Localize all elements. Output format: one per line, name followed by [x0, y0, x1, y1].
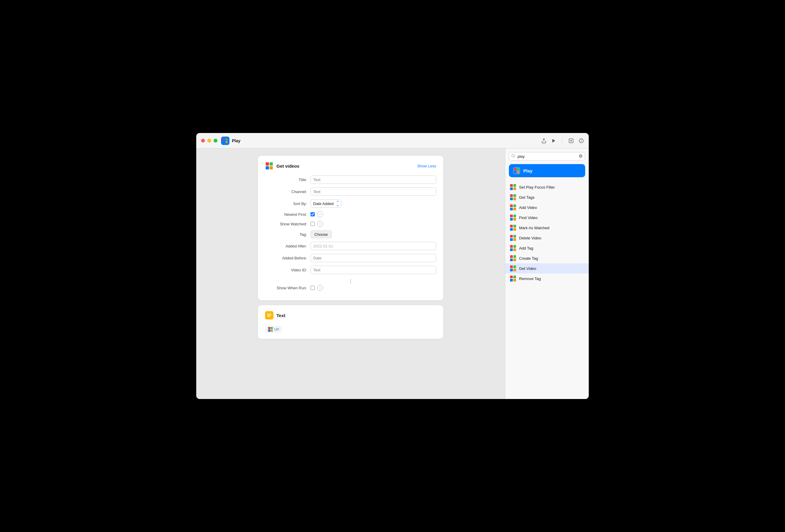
share-button[interactable] [541, 138, 547, 143]
show-watched-row: Show Watched: + [265, 221, 436, 227]
text-card-body: Url [265, 325, 436, 333]
add-video-icon [510, 205, 516, 210]
sidebar-item-get-video[interactable]: Get Video [505, 263, 589, 273]
show-when-run-row: Show When Run: + [265, 285, 436, 291]
channel-input[interactable] [310, 187, 436, 196]
sidebar-item-label: Find Video [519, 215, 538, 220]
added-before-row: Added Before: [265, 254, 436, 262]
sidebar-item-label: Mark As Watched [519, 225, 549, 230]
app-title: Play [232, 138, 240, 143]
sort-by-label: Sort By: [265, 202, 307, 206]
video-id-label: Video ID: [265, 268, 307, 272]
left-panel: Get videos Show Less Title: Channel: Sor… [196, 149, 505, 399]
svg-rect-12 [267, 314, 271, 314]
sort-by-select-wrapper: Date Added Title Channel ⌃⌄ [310, 200, 341, 208]
get-video-icon [510, 265, 516, 271]
svg-rect-0 [223, 138, 225, 140]
search-input[interactable] [509, 152, 585, 160]
sidebar-item-delete-video[interactable]: Delete Video [505, 233, 589, 243]
tag-choose-button[interactable]: Choose [310, 231, 332, 238]
sidebar-item-get-tags[interactable]: Get Tags [505, 192, 589, 202]
newest-first-checkbox[interactable] [310, 212, 315, 216]
right-panel: Play Set Play Focus Filter Get Tags [505, 149, 589, 399]
added-after-label: Added After: [265, 244, 307, 248]
sidebar-item-find-video[interactable]: Find Video [505, 213, 589, 223]
set-play-focus-filter-icon [510, 184, 516, 190]
sidebar-item-label: Add Video [519, 205, 537, 210]
run-button[interactable] [551, 138, 556, 143]
show-watched-controls: + [310, 221, 323, 227]
sidebar-list: Set Play Focus Filter Get Tags Add Video [505, 181, 589, 399]
get-videos-icon [265, 162, 274, 170]
newest-first-circle-btn[interactable]: + [317, 211, 323, 217]
play-action-button[interactable]: Play [509, 164, 585, 177]
play-button-item: Play [509, 164, 585, 177]
channel-label: Channel: [265, 189, 307, 194]
sidebar-item-label: Add Tag [519, 246, 533, 250]
show-watched-checkbox[interactable] [310, 222, 315, 226]
sidebar-item-add-video[interactable]: Add Video [505, 202, 589, 213]
text-card-header: Text [265, 311, 436, 319]
added-before-label: Added Before: [265, 256, 307, 260]
app-icon [221, 137, 229, 145]
mark-as-watched-icon [510, 225, 516, 231]
main-content: Get videos Show Less Title: Channel: Sor… [196, 149, 589, 399]
newest-first-controls: + [310, 211, 323, 217]
video-id-input[interactable] [310, 266, 436, 274]
titlebar: Play [196, 133, 589, 149]
newest-first-label: Newest First: [265, 212, 307, 217]
find-video-icon [510, 215, 516, 220]
svg-rect-3 [226, 141, 228, 143]
remove-tag-icon [510, 275, 516, 282]
svg-rect-14 [267, 316, 270, 317]
added-after-input[interactable] [310, 242, 436, 250]
sidebar-item-label: Set Play Focus Filter [519, 185, 555, 189]
sidebar-item-remove-tag[interactable]: Remove Tag [505, 273, 589, 284]
sidebar-item-create-tag[interactable]: Create Tag [505, 253, 589, 263]
close-button[interactable] [201, 139, 205, 142]
show-when-run-circle-btn[interactable]: + [317, 285, 323, 291]
card-title-group: Get videos [265, 162, 300, 170]
sort-by-select[interactable]: Date Added Title Channel [310, 200, 341, 208]
added-after-row: Added After: [265, 242, 436, 250]
get-tags-icon [510, 194, 516, 200]
video-id-row: Video ID: [265, 266, 436, 274]
channel-row: Channel: [265, 187, 436, 196]
delete-video-icon [510, 235, 516, 241]
sidebar-item-add-tag[interactable]: Add Tag [505, 243, 589, 253]
added-before-input[interactable] [310, 254, 436, 262]
titlebar-divider [562, 138, 562, 144]
maximize-button[interactable] [213, 139, 218, 142]
sidebar-item-label: Remove Tag [519, 276, 541, 281]
tag-label: Tag: [265, 232, 307, 237]
sidebar-item-mark-as-watched[interactable]: Mark As Watched [505, 223, 589, 233]
search-icon [511, 154, 515, 159]
show-when-run-checkbox[interactable] [310, 286, 315, 290]
title-input[interactable] [310, 176, 436, 184]
minimize-button[interactable] [207, 139, 211, 142]
svg-point-15 [512, 155, 514, 157]
show-less-button[interactable]: Show Less [417, 164, 436, 168]
traffic-lights [201, 139, 218, 142]
show-watched-label: Show Watched: [265, 222, 307, 226]
tag-row: Tag: Choose [265, 231, 436, 238]
add-action-button[interactable] [568, 138, 574, 143]
info-button[interactable] [579, 138, 584, 143]
text-card-title: Text [276, 313, 285, 318]
show-watched-circle-btn[interactable]: + [317, 221, 323, 227]
search-clear-button[interactable] [579, 154, 583, 159]
sidebar-item-set-play-focus-filter[interactable]: Set Play Focus Filter [505, 182, 589, 192]
sidebar-item-label: Get Video [519, 266, 536, 271]
add-tag-icon [510, 245, 516, 251]
url-chip-label: Url [274, 327, 279, 331]
play-button-label: Play [523, 168, 532, 174]
show-when-run-controls: + [310, 285, 323, 291]
titlebar-actions [541, 138, 584, 144]
create-tag-icon [510, 255, 516, 261]
url-chip[interactable]: Url [265, 326, 282, 333]
url-chip-icon [268, 327, 273, 332]
text-card-icon [265, 311, 274, 319]
sidebar-item-label: Get Tags [519, 195, 535, 200]
svg-rect-1 [226, 138, 228, 140]
search-bar [505, 149, 589, 163]
